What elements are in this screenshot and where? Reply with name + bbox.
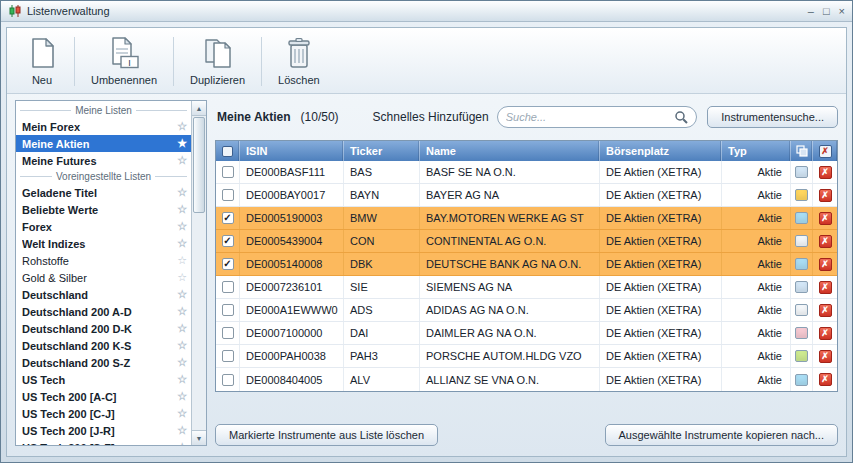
delete-row-icon[interactable]: ✗ xyxy=(819,235,832,248)
star-icon[interactable]: ☆ xyxy=(177,442,187,445)
sidebar-item[interactable]: Forex☆ xyxy=(16,218,191,235)
star-icon[interactable]: ☆ xyxy=(177,155,187,166)
sidebar-item[interactable]: US Tech 200 [S-Z]☆ xyxy=(16,439,191,445)
header-close-icon[interactable]: ✗ xyxy=(819,145,832,158)
delete-row-icon[interactable]: ✗ xyxy=(819,212,832,225)
table-row[interactable]: ✓DE0005140008DBKDEUTSCHE BANK AG NA O.N.… xyxy=(216,253,837,276)
star-icon[interactable]: ☆ xyxy=(177,408,187,419)
star-icon[interactable]: ☆ xyxy=(177,340,187,351)
table-row[interactable]: DE000BAY0017BAYNBAYER AG NADE Aktien (XE… xyxy=(216,184,837,207)
sidebar-item[interactable]: Meine Aktien★ xyxy=(16,135,191,152)
column-header-ticker[interactable]: Ticker xyxy=(344,141,420,161)
note-icon[interactable] xyxy=(795,235,808,247)
new-list-button[interactable]: Neu xyxy=(17,33,67,90)
note-icon[interactable] xyxy=(795,212,808,224)
star-icon[interactable]: ☆ xyxy=(177,221,187,232)
sidebar-item[interactable]: Deutschland☆ xyxy=(16,286,191,303)
note-icon[interactable] xyxy=(795,189,808,201)
star-icon[interactable]: ☆ xyxy=(177,204,187,215)
sidebar-item[interactable]: US Tech 200 [J-R]☆ xyxy=(16,422,191,439)
duplicate-button[interactable]: Duplizieren xyxy=(181,33,254,90)
sidebar-item[interactable]: US Tech 200 [A-C]☆ xyxy=(16,388,191,405)
column-header-type[interactable]: Typ xyxy=(722,141,791,161)
sidebar-item[interactable]: Deutschland 200 A-D☆ xyxy=(16,303,191,320)
table-row[interactable]: ✓DE0005190003BMWBAY.MOTOREN WERKE AG STD… xyxy=(216,207,837,230)
search-icon[interactable] xyxy=(674,110,688,124)
star-icon[interactable]: ☆ xyxy=(177,391,187,402)
sidebar-item[interactable]: Beliebte Werte☆ xyxy=(16,201,191,218)
scrollbar-thumb[interactable] xyxy=(193,117,205,213)
row-checkbox[interactable] xyxy=(222,189,234,201)
table-row[interactable]: DE0007100000DAIDAIMLER AG NA O.N.DE Akti… xyxy=(216,322,837,345)
sidebar-item[interactable]: US Tech 200 [C-J]☆ xyxy=(16,405,191,422)
column-header-delete[interactable]: ✗ xyxy=(813,141,837,161)
star-icon[interactable]: ☆ xyxy=(177,255,187,266)
delete-marked-button[interactable]: Markierte Instrumente aus Liste löschen xyxy=(215,424,438,446)
sidebar-item[interactable]: Geladene Titel☆ xyxy=(16,184,191,201)
sidebar-item[interactable]: US Tech☆ xyxy=(16,371,191,388)
star-icon[interactable]: ☆ xyxy=(177,374,187,385)
row-checkbox[interactable] xyxy=(222,281,234,293)
sidebar-item[interactable]: Welt Indizes☆ xyxy=(16,235,191,252)
sidebar-item[interactable]: Mein Forex☆ xyxy=(16,118,191,135)
table-row[interactable]: ✓DE0005439004CONCONTINENTAL AG O.N.DE Ak… xyxy=(216,230,837,253)
note-icon[interactable] xyxy=(795,258,808,270)
delete-row-icon[interactable]: ✗ xyxy=(819,350,832,363)
table-row[interactable]: DE000PAH0038PAH3PORSCHE AUTOM.HLDG VZODE… xyxy=(216,345,837,368)
delete-row-icon[interactable]: ✗ xyxy=(819,258,832,271)
scroll-down-icon[interactable]: ▼ xyxy=(192,430,206,445)
delete-row-icon[interactable]: ✗ xyxy=(819,166,832,179)
delete-row-icon[interactable]: ✗ xyxy=(819,373,832,386)
delete-row-icon[interactable]: ✗ xyxy=(819,189,832,202)
note-icon[interactable] xyxy=(795,281,808,293)
note-icon[interactable] xyxy=(795,374,808,386)
sidebar-item[interactable]: Deutschland 200 D-K☆ xyxy=(16,320,191,337)
close-icon[interactable]: × xyxy=(839,6,845,17)
sidebar-item[interactable]: Deutschland 200 K-S☆ xyxy=(16,337,191,354)
column-header-name[interactable]: Name xyxy=(420,141,600,161)
star-icon[interactable]: ☆ xyxy=(177,289,187,300)
star-icon[interactable]: ☆ xyxy=(177,323,187,334)
row-checkbox[interactable] xyxy=(222,304,234,316)
column-header-exchange[interactable]: Börsenplatz xyxy=(600,141,722,161)
search-input[interactable] xyxy=(506,111,670,123)
star-icon[interactable]: ☆ xyxy=(177,425,187,436)
column-header-note[interactable] xyxy=(791,141,813,161)
copy-selected-button[interactable]: Ausgewählte Instrumente kopieren nach... xyxy=(605,424,838,446)
star-icon[interactable]: ☆ xyxy=(177,187,187,198)
scroll-up-icon[interactable]: ▲ xyxy=(192,101,206,116)
delete-row-icon[interactable]: ✗ xyxy=(819,304,832,317)
star-icon[interactable]: ☆ xyxy=(177,121,187,132)
sidebar-item[interactable]: Rohstoffe☆ xyxy=(16,252,191,269)
table-row[interactable]: DE0007236101SIESIEMENS AG NADE Aktien (X… xyxy=(216,276,837,299)
delete-row-icon[interactable]: ✗ xyxy=(819,327,832,340)
star-icon[interactable]: ☆ xyxy=(177,306,187,317)
delete-list-button[interactable]: Löschen xyxy=(269,33,329,90)
table-row[interactable]: DE000BASF111BASBASF SE NA O.N.DE Aktien … xyxy=(216,161,837,184)
maximize-icon[interactable]: □ xyxy=(823,6,830,17)
sidebar-scrollbar[interactable]: ▲ ▼ xyxy=(191,101,206,445)
instrument-search-button[interactable]: Instrumentensuche... xyxy=(707,106,838,128)
row-checkbox[interactable]: ✓ xyxy=(222,235,234,247)
column-header-isin[interactable]: ISIN xyxy=(240,141,344,161)
star-icon[interactable]: ☆ xyxy=(177,357,187,368)
sidebar-item[interactable]: Meine Futures☆ xyxy=(16,152,191,169)
note-icon[interactable] xyxy=(795,327,808,339)
row-checkbox[interactable]: ✓ xyxy=(222,212,234,224)
select-all-checkbox[interactable] xyxy=(222,146,233,157)
row-checkbox[interactable] xyxy=(222,166,234,178)
sidebar-item[interactable]: Gold & Silber☆ xyxy=(16,269,191,286)
star-icon[interactable]: ★ xyxy=(177,138,187,149)
table-row[interactable]: DE0008404005ALVALLIANZ SE VNA O.N.DE Akt… xyxy=(216,368,837,391)
minimize-icon[interactable]: – xyxy=(808,6,814,17)
note-icon[interactable] xyxy=(795,166,808,178)
note-icon[interactable] xyxy=(795,350,808,362)
rename-button[interactable]: I Umbenennen xyxy=(82,33,166,90)
sidebar-item[interactable]: Deutschland 200 S-Z☆ xyxy=(16,354,191,371)
quick-add-search[interactable] xyxy=(497,106,697,128)
row-checkbox[interactable]: ✓ xyxy=(222,258,234,270)
star-icon[interactable]: ☆ xyxy=(177,272,187,283)
row-checkbox[interactable] xyxy=(222,374,234,386)
note-icon[interactable] xyxy=(795,304,808,316)
table-row[interactable]: DE000A1EWWW0ADSADIDAS AG NA O.N.DE Aktie… xyxy=(216,299,837,322)
